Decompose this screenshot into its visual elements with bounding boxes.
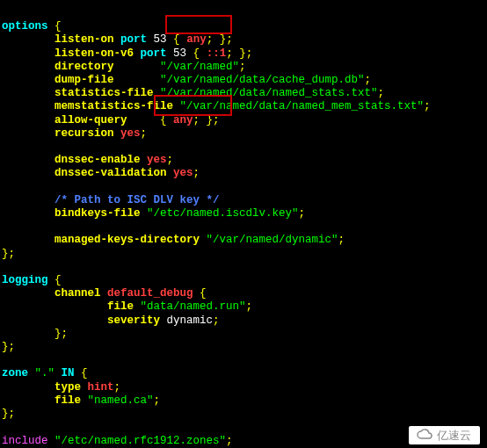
any-token-2: any bbox=[173, 114, 193, 126]
any-token-1: any bbox=[186, 33, 207, 46]
kw-options: options bbox=[2, 20, 48, 33]
watermark-text: 亿速云 bbox=[437, 429, 471, 442]
terminal-screen: options { listen-on port 53 { any; }; li… bbox=[0, 0, 487, 448]
watermark-badge: 亿速云 bbox=[409, 426, 480, 444]
kw-listen-on: listen-on bbox=[55, 33, 114, 46]
cloud-icon bbox=[416, 429, 433, 441]
comment-dlv: /* Path to ISC DLV key */ bbox=[55, 194, 220, 206]
kw-zone: zone bbox=[2, 367, 28, 379]
include-1: include bbox=[2, 435, 48, 447]
kw-logging: logging bbox=[2, 274, 48, 286]
